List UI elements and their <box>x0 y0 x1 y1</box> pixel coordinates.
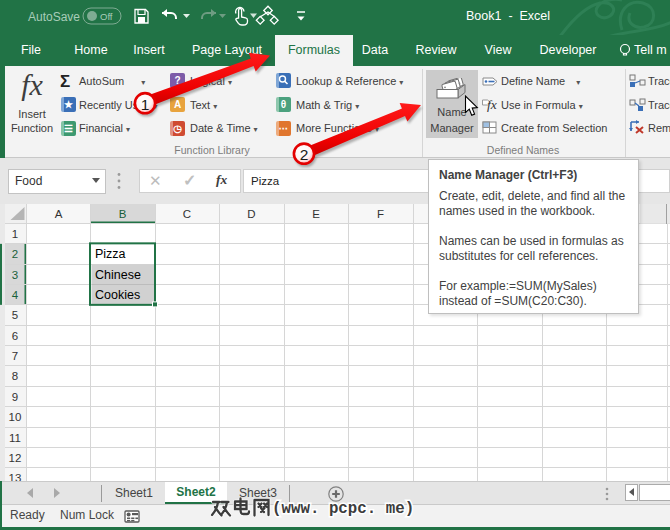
svg-text:Book1 - Excel: Book1 - Excel <box>466 9 550 23</box>
svg-text:AutoSave: AutoSave <box>28 10 80 24</box>
svg-text:Off: Off <box>100 11 113 22</box>
